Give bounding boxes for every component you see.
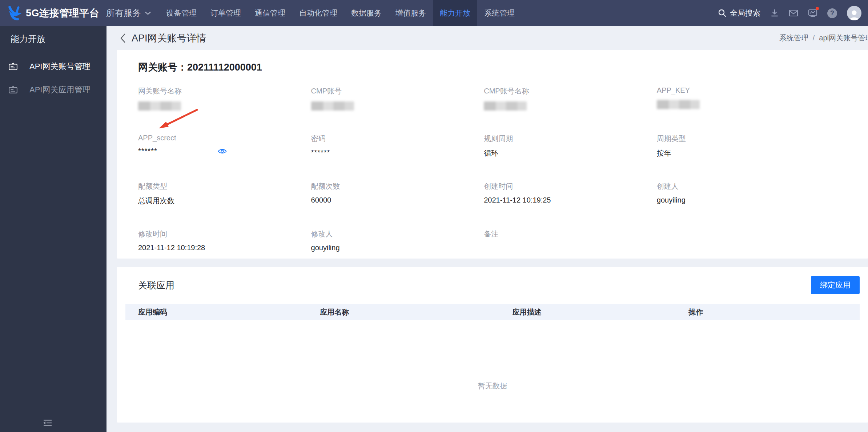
- field-app-key: APP_KEY: [657, 86, 847, 111]
- sidebar-item-api-gateway-app-mgmt[interactable]: API网关应用管理: [0, 78, 107, 101]
- search-icon: [718, 9, 727, 17]
- field-quota-type: 配额类型 总调用次数: [138, 181, 311, 206]
- app-logo: 5G连接管理平台: [0, 0, 99, 26]
- gateway-account-label: 网关账号：: [138, 62, 187, 73]
- breadcrumb-api-gateway-account-mgmt[interactable]: api网关账号管理: [819, 34, 868, 42]
- nav-item-order-mgmt[interactable]: 订单管理: [204, 0, 248, 26]
- column-header-app-name: 应用名称: [320, 307, 512, 317]
- back-button[interactable]: [120, 33, 126, 43]
- redacted-value: [311, 101, 354, 111]
- breadcrumb-separator: /: [813, 34, 815, 42]
- sidebar: 能力开放 API网关账号管理: [0, 26, 107, 432]
- badge-icon: [8, 85, 18, 95]
- sidebar-item-label: API网关账号管理: [29, 61, 90, 72]
- field-modify-time: 修改时间 2021-11-12 10:19:28: [138, 229, 311, 252]
- page-title-text: API网关账号详情: [132, 32, 206, 45]
- field-period-type: 周期类型 按年: [657, 134, 847, 158]
- mail-icon[interactable]: [789, 9, 798, 17]
- nav-item-capability-open[interactable]: 能力开放: [433, 0, 477, 26]
- sidebar-item-label: API网关应用管理: [29, 84, 90, 95]
- column-header-app-code: 应用编码: [125, 307, 320, 317]
- nav-item-system-mgmt[interactable]: 系统管理: [477, 0, 522, 26]
- column-header-actions: 操作: [688, 307, 860, 317]
- related-apps-header: 关联应用 绑定应用: [125, 275, 860, 304]
- nav-label: 所有服务: [106, 7, 141, 19]
- field-remark: 备注: [484, 229, 657, 252]
- telecom-logo-icon: [7, 5, 21, 21]
- related-apps-card: 关联应用 绑定应用 应用编码 应用名称 应用描述 操作 暂无数据: [117, 267, 868, 423]
- field-cmp-account-name: CMP账号名称: [484, 86, 657, 111]
- related-apps-title: 关联应用: [138, 279, 174, 291]
- chevron-down-icon: [145, 11, 151, 15]
- main-nav: 所有服务 设备管理 订单管理 通信管理 自动化管理 数据服务 增值服务 能力开放…: [99, 0, 522, 26]
- page-title: API网关账号详情: [120, 32, 206, 45]
- download-icon[interactable]: [770, 9, 779, 17]
- eye-icon[interactable]: [218, 148, 227, 155]
- column-header-app-desc: 应用描述: [513, 307, 689, 317]
- nav-item-device-mgmt[interactable]: 设备管理: [159, 0, 204, 26]
- global-search-button[interactable]: 全局搜索: [718, 8, 760, 18]
- masked-password-value: ******: [311, 148, 330, 157]
- notification-dot: [816, 7, 819, 10]
- field-password: 密码 ******: [311, 134, 484, 158]
- field-modifier: 修改人 gouyiling: [311, 229, 484, 252]
- app-title: 5G连接管理平台: [26, 7, 99, 20]
- sidebar-item-api-gateway-account-mgmt[interactable]: API网关账号管理: [0, 55, 107, 78]
- detail-field-grid: 网关账号名称 CMP账号 CMP账号名称 APP_KEY APP_screct: [138, 86, 847, 252]
- nav-item-value-added-service[interactable]: 增值服务: [389, 0, 433, 26]
- monitor-icon[interactable]: [808, 9, 817, 17]
- sidebar-menu: API网关账号管理 API网关应用管理: [0, 51, 107, 101]
- apps-table-header: 应用编码 应用名称 应用描述 操作: [125, 304, 860, 320]
- gateway-account-number: 20211112000001: [187, 62, 262, 73]
- field-creator: 创建人 gouyiling: [657, 181, 847, 206]
- top-navbar: 5G连接管理平台 所有服务 设备管理 订单管理 通信管理 自动化管理 数据服务 …: [0, 0, 868, 26]
- breadcrumb: 系统管理/api网关账号管理: [779, 33, 868, 43]
- sidebar-title: 能力开放: [0, 26, 107, 51]
- empty-state-text: 暂无数据: [125, 320, 860, 391]
- field-gateway-account-name: 网关账号名称: [138, 86, 311, 111]
- field-app-secret: APP_screct ******: [138, 134, 311, 158]
- field-cmp-account: CMP账号: [311, 86, 484, 111]
- redacted-value: [657, 100, 700, 109]
- main-content: API网关账号详情 系统管理/api网关账号管理 网关账号：2021111200…: [107, 26, 868, 432]
- page-header: API网关账号详情 系统管理/api网关账号管理: [107, 26, 868, 50]
- field-rule-period: 规则周期 循环: [484, 134, 657, 158]
- user-icon: [848, 9, 860, 20]
- chevron-left-icon: [120, 33, 126, 43]
- nav-item-all-services[interactable]: 所有服务: [99, 0, 159, 26]
- global-search-label: 全局搜索: [730, 8, 760, 18]
- field-quota-count: 配额次数 60000: [311, 181, 484, 206]
- avatar[interactable]: [847, 6, 861, 20]
- badge-icon: [8, 62, 18, 71]
- gateway-account-detail-card: 网关账号：20211112000001 网关账号名称 CMP账号 CMP账号名称…: [117, 50, 868, 259]
- redacted-value: [138, 101, 181, 111]
- menu-fold-icon[interactable]: [43, 419, 52, 427]
- bind-app-button[interactable]: 绑定应用: [811, 276, 860, 294]
- help-icon[interactable]: ?: [827, 8, 837, 18]
- breadcrumb-system-mgmt[interactable]: 系统管理: [779, 34, 808, 42]
- topnav-actions: 全局搜索 ?: [718, 0, 868, 26]
- masked-secret-value: ******: [138, 147, 157, 155]
- nav-item-comm-mgmt[interactable]: 通信管理: [248, 0, 292, 26]
- nav-item-automation-mgmt[interactable]: 自动化管理: [292, 0, 344, 26]
- redacted-value: [484, 101, 527, 111]
- card-title: 网关账号：20211112000001: [138, 61, 847, 74]
- nav-item-data-service[interactable]: 数据服务: [344, 0, 389, 26]
- field-create-time: 创建时间 2021-11-12 10:19:25: [484, 181, 657, 206]
